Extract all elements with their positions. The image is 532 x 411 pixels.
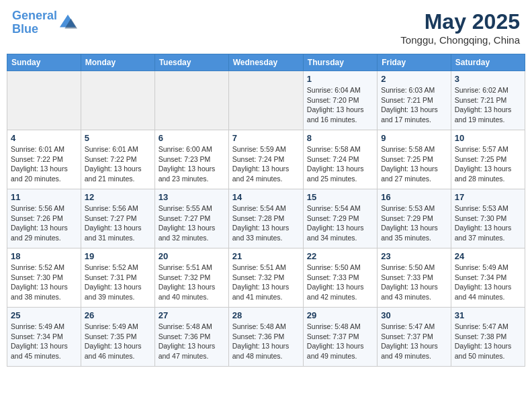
calendar-cell: 11Sunrise: 5:56 AM Sunset: 7:26 PM Dayli… (7, 189, 81, 248)
calendar-week-row: 18Sunrise: 5:52 AM Sunset: 7:30 PM Dayli… (7, 248, 525, 308)
page-header: GeneralBlue May 2025 Tonggu, Chongqing, … (7, 7, 525, 48)
weekday-header-thursday: Thursday (303, 54, 377, 71)
day-number: 10 (455, 133, 521, 143)
day-number: 16 (381, 192, 447, 202)
day-number: 11 (11, 192, 77, 202)
day-number: 26 (85, 310, 151, 320)
day-number: 28 (232, 310, 300, 320)
calendar-cell: 24Sunrise: 5:49 AM Sunset: 7:34 PM Dayli… (451, 248, 525, 308)
day-info: Sunrise: 6:00 AM Sunset: 7:23 PM Dayligh… (159, 144, 225, 184)
calendar-cell: 5Sunrise: 6:01 AM Sunset: 7:22 PM Daylig… (81, 130, 154, 189)
day-number: 6 (159, 133, 225, 143)
calendar-cell: 31Sunrise: 5:47 AM Sunset: 7:38 PM Dayli… (451, 308, 525, 367)
day-number: 5 (85, 133, 151, 143)
day-number: 1 (307, 74, 373, 84)
weekday-header-saturday: Saturday (451, 54, 525, 71)
calendar-week-row: 25Sunrise: 5:49 AM Sunset: 7:34 PM Dayli… (7, 308, 525, 367)
location: Tonggu, Chongqing, China (400, 34, 520, 46)
day-number: 19 (85, 251, 151, 261)
day-number: 31 (455, 310, 521, 320)
day-number: 23 (381, 251, 447, 261)
calendar-cell: 20Sunrise: 5:51 AM Sunset: 7:32 PM Dayli… (154, 248, 228, 308)
day-info: Sunrise: 5:55 AM Sunset: 7:27 PM Dayligh… (159, 203, 225, 243)
calendar-cell: 14Sunrise: 5:54 AM Sunset: 7:28 PM Dayli… (228, 189, 303, 248)
day-info: Sunrise: 6:01 AM Sunset: 7:22 PM Dayligh… (11, 144, 77, 184)
calendar-week-row: 4Sunrise: 6:01 AM Sunset: 7:22 PM Daylig… (7, 130, 525, 189)
calendar-cell: 10Sunrise: 5:57 AM Sunset: 7:25 PM Dayli… (451, 130, 525, 189)
day-info: Sunrise: 6:03 AM Sunset: 7:21 PM Dayligh… (381, 85, 447, 125)
day-info: Sunrise: 5:54 AM Sunset: 7:28 PM Dayligh… (232, 203, 300, 243)
calendar-cell: 23Sunrise: 5:50 AM Sunset: 7:33 PM Dayli… (378, 248, 451, 308)
calendar-cell: 6Sunrise: 6:00 AM Sunset: 7:23 PM Daylig… (154, 130, 228, 189)
calendar-cell: 22Sunrise: 5:50 AM Sunset: 7:33 PM Dayli… (303, 248, 377, 308)
day-info: Sunrise: 5:59 AM Sunset: 7:24 PM Dayligh… (232, 144, 300, 184)
calendar-cell: 19Sunrise: 5:52 AM Sunset: 7:31 PM Dayli… (81, 248, 154, 308)
day-info: Sunrise: 6:01 AM Sunset: 7:22 PM Dayligh… (85, 144, 151, 184)
day-info: Sunrise: 5:50 AM Sunset: 7:33 PM Dayligh… (307, 263, 373, 302)
calendar-cell: 9Sunrise: 5:58 AM Sunset: 7:25 PM Daylig… (378, 130, 451, 189)
day-number: 14 (232, 192, 300, 202)
day-info: Sunrise: 5:53 AM Sunset: 7:30 PM Dayligh… (455, 203, 521, 243)
logo: GeneralBlue (12, 9, 77, 36)
day-info: Sunrise: 5:47 AM Sunset: 7:37 PM Dayligh… (381, 322, 447, 361)
calendar-cell: 17Sunrise: 5:53 AM Sunset: 7:30 PM Dayli… (451, 189, 525, 248)
day-number: 9 (381, 133, 447, 143)
calendar-cell: 30Sunrise: 5:47 AM Sunset: 7:37 PM Dayli… (378, 308, 451, 367)
calendar-cell (154, 71, 228, 130)
day-number: 17 (455, 192, 521, 202)
day-number: 13 (159, 192, 225, 202)
calendar-cell: 3Sunrise: 6:02 AM Sunset: 7:21 PM Daylig… (451, 71, 525, 130)
calendar-cell: 2Sunrise: 6:03 AM Sunset: 7:21 PM Daylig… (378, 71, 451, 130)
weekday-header-row: SundayMondayTuesdayWednesdayThursdayFrid… (7, 54, 525, 71)
weekday-header-wednesday: Wednesday (228, 54, 303, 71)
calendar-cell: 12Sunrise: 5:56 AM Sunset: 7:27 PM Dayli… (81, 189, 154, 248)
day-info: Sunrise: 5:56 AM Sunset: 7:27 PM Dayligh… (85, 203, 151, 243)
day-info: Sunrise: 5:48 AM Sunset: 7:36 PM Dayligh… (232, 322, 300, 361)
day-info: Sunrise: 5:48 AM Sunset: 7:36 PM Dayligh… (159, 322, 225, 361)
calendar-cell: 18Sunrise: 5:52 AM Sunset: 7:30 PM Dayli… (7, 248, 81, 308)
day-number: 2 (381, 74, 447, 84)
calendar-cell: 21Sunrise: 5:51 AM Sunset: 7:32 PM Dayli… (228, 248, 303, 308)
day-number: 15 (307, 192, 373, 202)
calendar-cell: 28Sunrise: 5:48 AM Sunset: 7:36 PM Dayli… (228, 308, 303, 367)
weekday-header-monday: Monday (81, 54, 154, 71)
day-number: 24 (455, 251, 521, 261)
day-info: Sunrise: 5:48 AM Sunset: 7:37 PM Dayligh… (307, 322, 373, 361)
calendar-cell: 16Sunrise: 5:53 AM Sunset: 7:29 PM Dayli… (378, 189, 451, 248)
day-info: Sunrise: 5:51 AM Sunset: 7:32 PM Dayligh… (159, 263, 225, 302)
calendar-cell (7, 71, 81, 130)
calendar-cell: 1Sunrise: 6:04 AM Sunset: 7:20 PM Daylig… (303, 71, 377, 130)
day-number: 12 (85, 192, 151, 202)
weekday-header-friday: Friday (378, 54, 451, 71)
logo-icon (58, 13, 77, 32)
weekday-header-sunday: Sunday (7, 54, 81, 71)
day-number: 18 (11, 251, 77, 261)
day-info: Sunrise: 5:53 AM Sunset: 7:29 PM Dayligh… (381, 203, 447, 243)
day-number: 21 (232, 251, 300, 261)
day-info: Sunrise: 6:04 AM Sunset: 7:20 PM Dayligh… (307, 85, 373, 125)
day-info: Sunrise: 5:47 AM Sunset: 7:38 PM Dayligh… (455, 322, 521, 361)
day-info: Sunrise: 5:49 AM Sunset: 7:34 PM Dayligh… (11, 322, 77, 361)
calendar-cell: 25Sunrise: 5:49 AM Sunset: 7:34 PM Dayli… (7, 308, 81, 367)
day-info: Sunrise: 5:54 AM Sunset: 7:29 PM Dayligh… (307, 203, 373, 243)
day-info: Sunrise: 5:58 AM Sunset: 7:25 PM Dayligh… (381, 144, 447, 184)
calendar-cell: 26Sunrise: 5:49 AM Sunset: 7:35 PM Dayli… (81, 308, 154, 367)
calendar-cell: 29Sunrise: 5:48 AM Sunset: 7:37 PM Dayli… (303, 308, 377, 367)
day-number: 20 (159, 251, 225, 261)
day-number: 27 (159, 310, 225, 320)
day-info: Sunrise: 5:58 AM Sunset: 7:24 PM Dayligh… (307, 144, 373, 184)
day-info: Sunrise: 5:51 AM Sunset: 7:32 PM Dayligh… (232, 263, 300, 302)
calendar-cell: 15Sunrise: 5:54 AM Sunset: 7:29 PM Dayli… (303, 189, 377, 248)
day-number: 3 (455, 74, 521, 84)
title-block: May 2025 Tonggu, Chongqing, China (400, 9, 520, 46)
day-info: Sunrise: 5:52 AM Sunset: 7:31 PM Dayligh… (85, 263, 151, 302)
day-number: 8 (307, 133, 373, 143)
day-info: Sunrise: 5:50 AM Sunset: 7:33 PM Dayligh… (381, 263, 447, 302)
month-title: May 2025 (400, 9, 520, 34)
calendar-cell: 13Sunrise: 5:55 AM Sunset: 7:27 PM Dayli… (154, 189, 228, 248)
day-info: Sunrise: 5:52 AM Sunset: 7:30 PM Dayligh… (11, 263, 77, 302)
calendar-week-row: 1Sunrise: 6:04 AM Sunset: 7:20 PM Daylig… (7, 71, 525, 130)
calendar-cell (81, 71, 154, 130)
day-info: Sunrise: 5:56 AM Sunset: 7:26 PM Dayligh… (11, 203, 77, 243)
day-info: Sunrise: 6:02 AM Sunset: 7:21 PM Dayligh… (455, 85, 521, 125)
